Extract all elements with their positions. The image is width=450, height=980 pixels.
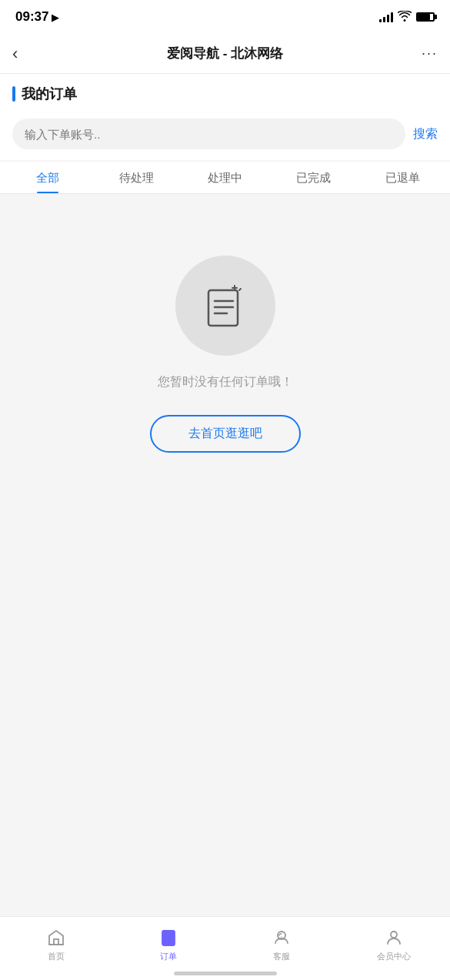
- home-indicator: [174, 972, 277, 975]
- order-tab-label: 订单: [160, 951, 177, 962]
- bottom-tab-order[interactable]: 订单: [112, 920, 225, 962]
- bottom-tab-member[interactable]: 会员中心: [338, 920, 450, 962]
- page-title: 我的订单: [22, 85, 77, 103]
- search-section: 搜索: [0, 111, 450, 160]
- home-icon: [46, 928, 66, 948]
- nav-title: 爱阅导航 - 北沐网络: [167, 45, 283, 62]
- bottom-tab-service[interactable]: 客服: [225, 920, 338, 962]
- header-indicator: [12, 86, 15, 102]
- status-icons: [379, 11, 435, 24]
- search-input-wrap: [12, 119, 405, 149]
- more-button[interactable]: ···: [407, 45, 438, 62]
- empty-state: 您暂时没有任何订单哦！ 去首页逛逛吧: [0, 194, 450, 483]
- bottom-tab-home[interactable]: 首页: [0, 920, 112, 962]
- search-button[interactable]: 搜索: [413, 126, 438, 142]
- bottom-tabbar: 首页 订单 客服: [0, 916, 450, 980]
- nav-bar: ‹ 爱阅导航 - 北沐网络 ···: [0, 34, 450, 74]
- svg-rect-7: [54, 939, 58, 945]
- service-icon: [272, 928, 292, 948]
- empty-document-icon: [201, 279, 250, 332]
- svg-point-14: [391, 932, 397, 938]
- tabs-bar: 全部 待处理 处理中 已完成 已退单: [0, 162, 450, 194]
- back-button[interactable]: ‹: [12, 44, 43, 64]
- service-tab-label: 客服: [273, 951, 290, 962]
- main-content: 您暂时没有任何订单哦！ 去首页逛逛吧: [0, 194, 450, 733]
- order-icon: [158, 928, 178, 948]
- signal-icon: [379, 12, 393, 22]
- member-tab-label: 会员中心: [377, 951, 411, 962]
- wifi-icon: [398, 11, 412, 24]
- tab-cancelled[interactable]: 已退单: [358, 162, 447, 193]
- status-bar: 09:37 ▶: [0, 0, 450, 34]
- battery-icon: [416, 12, 435, 22]
- empty-icon-circle: [175, 256, 275, 356]
- location-icon: ▶: [52, 12, 59, 23]
- tab-pending[interactable]: 待处理: [92, 162, 180, 193]
- tab-processing[interactable]: 处理中: [181, 162, 269, 193]
- tab-all[interactable]: 全部: [3, 162, 92, 193]
- member-icon: [384, 928, 404, 948]
- status-time: 09:37: [15, 9, 48, 25]
- tab-completed[interactable]: 已完成: [269, 162, 358, 193]
- empty-text: 您暂时没有任何订单哦！: [158, 374, 293, 390]
- search-input[interactable]: [25, 128, 393, 141]
- home-tab-label: 首页: [48, 951, 65, 962]
- page-header: 我的订单: [0, 74, 450, 111]
- svg-point-13: [281, 936, 282, 937]
- browse-home-button[interactable]: 去首页逛逛吧: [150, 415, 301, 453]
- svg-line-6: [239, 289, 241, 290]
